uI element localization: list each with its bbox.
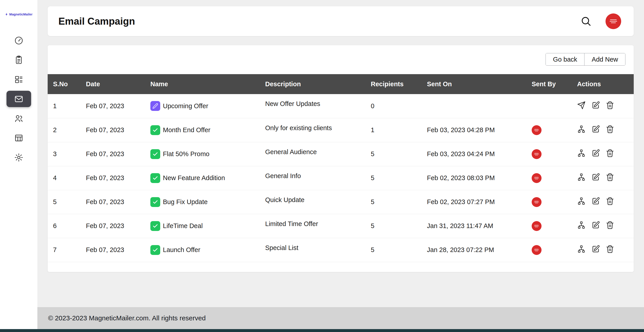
cell-sent-on: Jan 28, 2023 07:22 PM (422, 238, 526, 262)
sidebar-item-reports[interactable] (6, 52, 31, 68)
page-title: Email Campaign (58, 16, 135, 27)
clipboard-icon (14, 55, 24, 65)
sidebar-item-settings[interactable] (6, 149, 31, 165)
report-icon[interactable] (577, 149, 586, 157)
cell-sent-by (526, 166, 572, 190)
sender-avatar (532, 245, 542, 255)
col-date: Date (80, 74, 145, 94)
dashboard-icon (14, 36, 24, 45)
sidebar-item-tables[interactable] (6, 130, 31, 146)
sidebar-item-dashboard[interactable] (6, 32, 31, 49)
sidebar-item-templates[interactable] (6, 71, 31, 88)
report-icon[interactable] (577, 173, 586, 182)
col-name: Name (145, 74, 260, 94)
cell-sent-on: Feb 02, 2023 08:03 PM (422, 166, 526, 190)
sender-avatar (532, 125, 542, 135)
report-icon[interactable] (577, 125, 586, 133)
cell-name: LifeTime Deal (145, 214, 260, 238)
cell-sent-by (526, 190, 572, 214)
sidebar-item-campaigns[interactable] (6, 91, 31, 107)
cell-name: Month End Offer (145, 118, 260, 142)
sidebar: MagneticMailer (0, 0, 37, 329)
delete-icon[interactable] (606, 221, 614, 229)
col-description: Description (260, 74, 366, 94)
cell-name: Bug Fix Update (145, 190, 260, 214)
send-icon[interactable] (577, 101, 586, 110)
sidebar-item-users[interactable] (6, 110, 31, 127)
template-icon (14, 75, 24, 84)
cell-actions (572, 118, 634, 142)
table-row: 5 Feb 07, 2023 Bug Fix Update Quick Upda… (48, 190, 634, 214)
cell-sent-on: Feb 03, 2023 04:24 PM (422, 142, 526, 166)
cell-recipients: 1 (366, 118, 422, 142)
avatar-text-scribble (533, 127, 540, 133)
check-status-icon (150, 125, 160, 135)
page-footer: © 2023-2023 MagneticMailer.com. All righ… (37, 307, 644, 329)
search-icon[interactable] (581, 16, 591, 27)
cell-sno: 7 (48, 238, 80, 262)
cell-date: Feb 07, 2023 (80, 166, 145, 190)
col-sent-by: Sent By (526, 74, 572, 94)
sender-avatar (532, 173, 542, 183)
top-header: Email Campaign (48, 6, 634, 36)
report-icon[interactable] (577, 245, 586, 253)
delete-icon[interactable] (606, 101, 614, 110)
cell-sent-on: Jan 31, 2023 11:47 AM (422, 214, 526, 238)
go-back-button[interactable]: Go back (546, 53, 584, 65)
cell-actions (572, 142, 634, 166)
avatar-text-scribble (533, 175, 540, 181)
edit-icon[interactable] (592, 101, 600, 110)
logo: MagneticMailer (5, 9, 33, 20)
cell-actions (572, 190, 634, 214)
edit-icon[interactable] (592, 197, 600, 205)
col-sent-on: Sent On (422, 74, 526, 94)
report-icon[interactable] (577, 197, 586, 205)
cell-sno: 3 (48, 142, 80, 166)
user-avatar[interactable] (606, 14, 621, 29)
cell-sno: 1 (48, 94, 80, 118)
cell-description: Special List (260, 238, 366, 262)
app-window: MagneticMailer Email Campaign Go back (0, 0, 644, 332)
cell-sent-on: Feb 03, 2023 04:28 PM (422, 118, 526, 142)
table-row: 6 Feb 07, 2023 LifeTime Deal Limited Tim… (48, 214, 634, 238)
campaign-icon (14, 94, 24, 104)
bottom-accent-strip (0, 329, 644, 332)
cell-sent-by (526, 214, 572, 238)
cell-date: Feb 07, 2023 (80, 214, 145, 238)
cell-description: General Info (260, 166, 366, 190)
report-icon[interactable] (577, 221, 586, 229)
avatar-text-scribble (533, 223, 540, 229)
edit-icon[interactable] (592, 173, 600, 182)
edit-icon[interactable] (592, 245, 600, 253)
delete-icon[interactable] (606, 245, 614, 253)
add-new-button[interactable]: Add New (584, 53, 625, 65)
edit-icon[interactable] (592, 221, 600, 229)
toolbar-button-group: Go back Add New (546, 53, 626, 66)
campaign-table: S.No Date Name Description Recipients Se… (48, 74, 634, 262)
logo-bolt-icon (5, 13, 8, 16)
delete-icon[interactable] (606, 149, 614, 157)
cell-name: Launch Offer (145, 238, 260, 262)
delete-icon[interactable] (606, 197, 614, 205)
cell-date: Feb 07, 2023 (80, 238, 145, 262)
delete-icon[interactable] (606, 125, 614, 133)
cell-description: Only for existing clients (260, 118, 366, 142)
edit-icon[interactable] (592, 149, 600, 157)
campaign-name: Launch Offer (163, 246, 200, 254)
campaign-name: LifeTime Deal (163, 222, 203, 230)
check-status-icon (150, 149, 160, 159)
pencil-status-icon (150, 101, 160, 111)
cell-recipients: 5 (366, 166, 422, 190)
main-area: Email Campaign Go back Add New (37, 0, 644, 329)
cell-actions (572, 214, 634, 238)
cell-date: Feb 07, 2023 (80, 118, 145, 142)
campaign-name: Upcoming Offer (163, 102, 208, 110)
users-icon (14, 114, 24, 123)
delete-icon[interactable] (606, 173, 614, 182)
edit-icon[interactable] (592, 125, 600, 133)
avatar-text-scribble (608, 16, 618, 26)
check-status-icon (150, 245, 160, 255)
cell-description: New Offer Updates (260, 94, 366, 118)
sidebar-nav (6, 32, 31, 165)
cell-actions (572, 166, 634, 190)
